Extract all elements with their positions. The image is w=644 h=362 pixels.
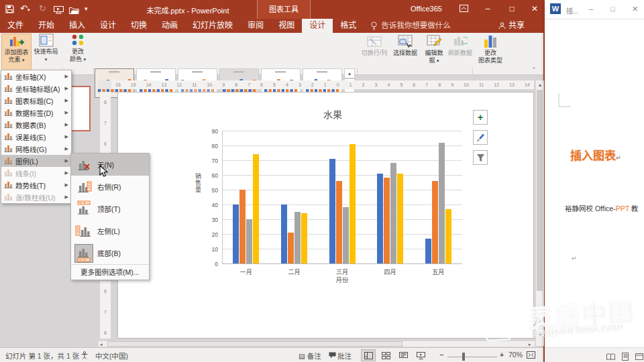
legend-left-icon	[74, 222, 93, 241]
bar-一月-s3[interactable]	[246, 219, 252, 263]
edit-data-icon	[427, 35, 441, 48]
bar-二月-s2[interactable]	[288, 233, 294, 263]
word-web-layout-icon[interactable]	[635, 351, 643, 362]
undo-icon[interactable]: ↶▾	[20, 3, 30, 13]
bar-五月-s2[interactable]	[432, 181, 438, 263]
bar-四月-s1[interactable]	[377, 174, 383, 263]
bar-四月-s3[interactable]	[390, 163, 396, 263]
accessibility-icon[interactable]	[80, 351, 89, 361]
zoom-in-button[interactable]: +	[500, 351, 504, 359]
qat-customize-icon[interactable]: ▾	[85, 5, 88, 12]
tab-插入-2[interactable]: 插入	[62, 19, 93, 33]
account-label[interactable]: Office365	[411, 5, 442, 13]
more-legend-options[interactable]: 更多图例选项(M)...	[71, 264, 149, 280]
tab-文件-0[interactable]: 文件	[0, 19, 31, 33]
zoom-slider-thumb[interactable]	[462, 353, 465, 361]
collapse-ribbon-icon[interactable]: ⌃	[531, 66, 537, 73]
zoom-slider[interactable]	[447, 357, 497, 358]
next-slide-button[interactable]: ⏷	[536, 327, 544, 339]
tab-开始-1[interactable]: 开始	[31, 19, 62, 33]
menu-item-6[interactable]: 网格线(G)▶	[1, 143, 71, 155]
save-icon[interactable]	[5, 4, 14, 16]
close-button[interactable]: ✕	[525, 0, 545, 17]
legend-option-legend-none[interactable]: 无(N)	[71, 154, 149, 176]
bar-三月-s4[interactable]	[350, 144, 356, 263]
quick-layout-button[interactable]: 快速布局▾	[32, 34, 60, 72]
word-maximize-button[interactable]: □	[610, 5, 615, 13]
menu-item-1[interactable]: 坐标轴标题(A)▶	[1, 82, 71, 95]
bar-四月-s2[interactable]	[384, 178, 390, 263]
tab-设计-3[interactable]: 设计	[93, 19, 123, 33]
add-chart-element-button[interactable]: 添加图表元素 ▾	[1, 34, 32, 74]
chart-filters-button[interactable]	[473, 150, 488, 165]
bar-二月-s4[interactable]	[301, 213, 307, 263]
select-data-button[interactable]: 选择数据	[390, 35, 420, 71]
word-close-button[interactable]: ✕	[632, 5, 638, 13]
word-read-mode-icon[interactable]	[606, 351, 615, 362]
word-minimize-button[interactable]: –	[589, 5, 593, 13]
legend-option-legend-right[interactable]: 右侧(R)	[71, 176, 149, 198]
menu-item-9[interactable]: 趋势线(T)▶	[1, 179, 71, 191]
edit-data-button[interactable]: 编辑数据 ▾	[421, 35, 447, 71]
notes-button[interactable]: ▤ 备注	[299, 351, 321, 361]
document-title: 未完成.pptx - PowerPoint	[124, 5, 252, 15]
change-chart-type-button[interactable]: 更改图表类型	[474, 34, 506, 72]
bar-一月-s4[interactable]	[253, 154, 259, 263]
slide-sorter-view-button[interactable]	[378, 349, 393, 361]
tab-视图-8[interactable]: 视图	[271, 19, 302, 33]
bar-二月-s1[interactable]	[281, 204, 287, 263]
zoom-out-button[interactable]: −	[439, 351, 443, 359]
bar-三月-s1[interactable]	[329, 159, 335, 263]
share-button[interactable]: 共享	[498, 19, 525, 33]
ribbon-display-options-icon[interactable]	[453, 0, 474, 17]
bar-一月-s2[interactable]	[239, 190, 246, 263]
tab-设计-9[interactable]: 设计	[302, 19, 333, 33]
reading-view-button[interactable]	[396, 349, 411, 361]
tab-切换-4[interactable]: 切换	[123, 19, 154, 33]
bar-三月-s2[interactable]	[336, 181, 342, 263]
comments-button[interactable]: 批注	[329, 351, 352, 361]
bar-三月-s3[interactable]	[343, 207, 349, 263]
tab-幻灯片放映-6[interactable]: 幻灯片放映	[185, 19, 240, 33]
menu-item-2[interactable]: 图表标题(C)▶	[1, 95, 71, 107]
menu-item-4[interactable]: 数据表(B)▶	[1, 119, 71, 131]
start-slideshow-icon[interactable]	[54, 5, 64, 17]
brush-icon	[476, 133, 485, 142]
slide-canvas[interactable]: 水果 0102030405060708090一月二月三月四月五月 销售量 月份 …	[117, 92, 534, 339]
menu-item-7[interactable]: 图例(L)▶	[1, 155, 71, 167]
bar-一月-s1[interactable]	[233, 204, 239, 263]
fit-to-window-icon[interactable]	[527, 351, 535, 360]
tab-格式-10[interactable]: 格式	[333, 19, 364, 33]
bar-五月-s1[interactable]	[425, 239, 431, 263]
maximize-button[interactable]: □	[502, 0, 522, 17]
bar-二月-s3[interactable]	[294, 212, 301, 263]
chart-x-axis-title[interactable]: 月份	[221, 275, 463, 284]
change-colors-button[interactable]: 更改颜色 ▾	[63, 34, 93, 72]
zoom-level[interactable]: 70%	[508, 351, 523, 359]
bar-五月-s3[interactable]	[439, 143, 445, 263]
tab-动画-5[interactable]: 动画	[154, 19, 185, 33]
bar-五月-s4[interactable]	[445, 209, 451, 263]
gallery-scroll-up[interactable]: ▲	[344, 68, 355, 78]
menu-item-icon	[4, 144, 13, 154]
legend-option-legend-bottom[interactable]: 底部(B)	[71, 242, 149, 264]
menu-item-5[interactable]: 误差线(E)▶	[1, 131, 71, 143]
previous-slide-button[interactable]: ⏶	[536, 314, 544, 326]
language-indicator[interactable]: 中文(中国)	[95, 351, 128, 361]
word-print-layout-icon[interactable]	[621, 351, 629, 362]
legend-option-legend-left[interactable]: 左侧(L)	[71, 220, 149, 242]
legend-top-icon	[74, 200, 93, 219]
slideshow-view-button[interactable]	[413, 349, 428, 361]
tell-me-box[interactable]: 告诉我你想要做什么	[370, 19, 451, 33]
chart-elements-button[interactable]: +	[473, 110, 488, 125]
menu-item-0[interactable]: 坐标轴(X)▶	[1, 70, 71, 82]
chart-styles-button[interactable]	[473, 130, 488, 145]
legend-option-legend-top[interactable]: 顶部(T)	[71, 198, 149, 220]
normal-view-button[interactable]	[361, 349, 376, 361]
menu-item-3[interactable]: 数据标签(D)▶	[1, 107, 71, 119]
tab-审阅-7[interactable]: 审阅	[240, 19, 271, 33]
chart-y-axis-title[interactable]: 销售量	[194, 173, 203, 193]
bar-四月-s4[interactable]	[397, 174, 403, 263]
minimize-button[interactable]: –	[478, 0, 498, 17]
open-folder-icon[interactable]	[69, 5, 79, 17]
